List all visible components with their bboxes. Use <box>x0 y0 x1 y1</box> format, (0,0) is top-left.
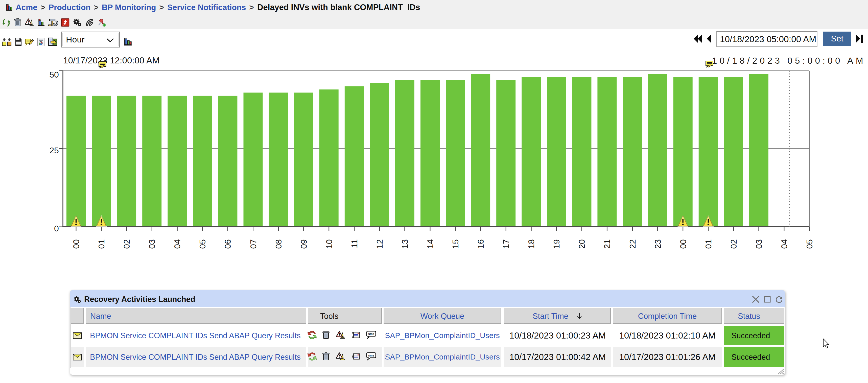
svg-text:06: 06 <box>223 239 232 249</box>
svg-text:01: 01 <box>704 239 713 249</box>
svg-text:10/18/2023 05:00:00 AM: 10/18/2023 05:00:00 AM <box>712 56 866 65</box>
svg-text:09: 09 <box>299 239 309 249</box>
svg-text:01: 01 <box>96 239 106 249</box>
svg-text:50: 50 <box>49 70 59 79</box>
svg-text:05: 05 <box>197 239 207 249</box>
svg-text:sms: sms <box>368 354 374 357</box>
svg-text:15: 15 <box>451 239 460 249</box>
svg-text:25: 25 <box>49 146 59 155</box>
svg-text:03: 03 <box>754 239 764 249</box>
svg-text:22: 22 <box>628 239 637 249</box>
svg-text:18: 18 <box>526 239 536 249</box>
svg-text:05: 05 <box>805 239 814 249</box>
svg-text:19: 19 <box>552 239 561 249</box>
svg-text:16: 16 <box>476 239 486 249</box>
svg-text:04: 04 <box>172 239 182 249</box>
svg-text:14: 14 <box>425 239 435 249</box>
svg-text:02: 02 <box>122 239 131 249</box>
svg-text:23: 23 <box>653 239 662 249</box>
svg-text:17: 17 <box>501 239 511 249</box>
svg-text:00: 00 <box>678 239 688 249</box>
svg-text:0: 0 <box>54 224 59 233</box>
svg-text:11: 11 <box>349 239 359 248</box>
svg-text:10: 10 <box>324 239 334 249</box>
svg-text:21: 21 <box>602 239 612 249</box>
svg-text:00: 00 <box>71 239 81 249</box>
svg-text:13: 13 <box>400 239 410 249</box>
svg-text:12: 12 <box>375 239 384 249</box>
svg-text:02: 02 <box>729 239 738 249</box>
svg-text:08: 08 <box>274 239 283 249</box>
svg-text:03: 03 <box>147 239 157 249</box>
svg-text:07: 07 <box>248 239 258 249</box>
svg-text:20: 20 <box>577 239 587 249</box>
svg-text:10/17/2023 12:00:00 AM: 10/17/2023 12:00:00 AM <box>63 55 159 65</box>
svg-text:04: 04 <box>779 239 789 249</box>
svg-text:sms: sms <box>368 332 374 336</box>
